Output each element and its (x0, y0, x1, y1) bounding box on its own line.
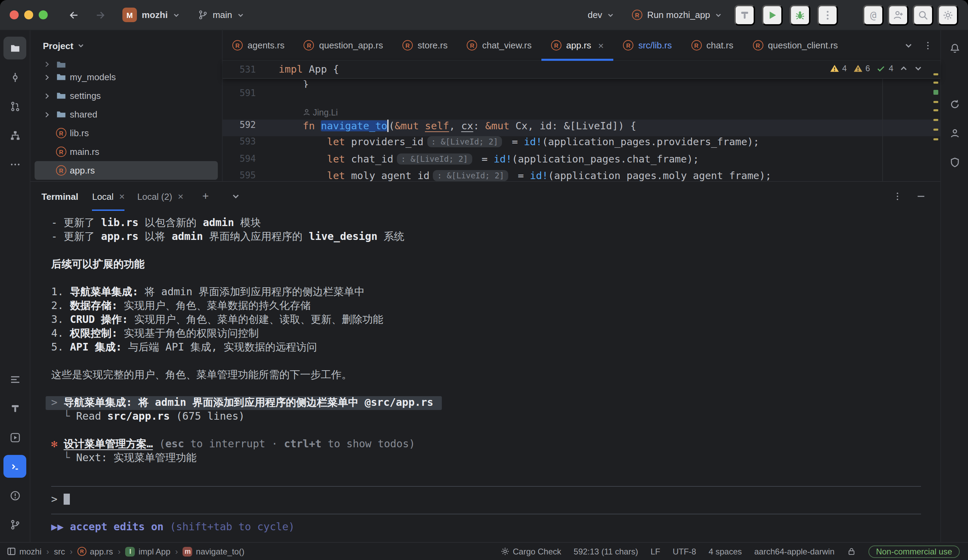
code-line-593[interactable]: 593 let providers_id: &[LiveId; 2] = id!… (223, 136, 940, 153)
run-config-selector[interactable]: R Run mozhi_app (627, 7, 728, 23)
debug-button[interactable] (790, 5, 811, 25)
project-item-shared[interactable]: shared (35, 105, 218, 124)
pull-requests-tool-button[interactable] (3, 95, 26, 118)
terminal-line: - 更新了 app.rs 以将 admin 界面纳入应用程序的 live_des… (51, 230, 931, 244)
editor-tab-store.rs[interactable]: Rstore.rs (393, 30, 457, 60)
weak-warnings-count[interactable]: 6 (853, 64, 870, 73)
rust-file-icon: R (753, 40, 763, 50)
close-tab-icon[interactable]: × (178, 191, 183, 202)
build-tool-button[interactable] (3, 397, 26, 420)
editor-tab-app.rs[interactable]: Rapp.rs× (541, 30, 614, 60)
chevron-down-icon[interactable] (914, 64, 922, 73)
code-line-594[interactable]: 594 let chat_id: &[LiveId; 2] = id!(appl… (223, 153, 940, 170)
notifications-button[interactable] (943, 36, 966, 60)
chevron-down-icon (78, 42, 85, 49)
search-everywhere-button[interactable] (913, 5, 933, 25)
license-badge[interactable]: Non-commercial use (869, 545, 960, 558)
back-button[interactable] (64, 5, 84, 25)
build-button[interactable] (734, 5, 755, 25)
passed-count[interactable]: 4 (877, 64, 893, 73)
cargo-tool-button[interactable] (943, 93, 966, 116)
project-widget[interactable]: M mozhi (117, 5, 185, 25)
editor-tab-question_client.rs[interactable]: Rquestion_client.rs (743, 30, 847, 60)
readonly-lock[interactable] (847, 547, 856, 556)
editor-options-button[interactable] (920, 37, 936, 54)
profile-tool-button[interactable] (943, 122, 966, 144)
editor-tab-agents.rs[interactable]: Ragents.rs (223, 30, 294, 60)
close-tab-icon[interactable]: × (598, 40, 603, 51)
tab-list-button[interactable] (900, 37, 917, 54)
code-line[interactable]: } (223, 79, 940, 88)
code-line-591[interactable]: 591 (223, 88, 940, 105)
breadcrumb-function[interactable]: m navigate_to() (183, 547, 244, 556)
more-tool-windows-button[interactable] (3, 153, 26, 176)
target-widget[interactable]: aarch64-apple-darwin (754, 547, 835, 556)
project-item-my_models[interactable]: my_models (35, 68, 218, 86)
project-item-lib.rs[interactable]: Rlib.rs (35, 124, 218, 142)
line-ending-widget[interactable]: LF (651, 547, 660, 556)
editor-tab-src/lib.rs[interactable]: Rsrc/lib.rs (613, 30, 681, 60)
project-item-app.rs[interactable]: Rapp.rs (35, 161, 218, 180)
statusbar: mozhi › src › R app.rs › I impl App › m … (0, 542, 968, 560)
project-tool-button[interactable] (3, 36, 26, 60)
project-item-settings[interactable]: settings (35, 86, 218, 105)
error-stripe[interactable] (932, 61, 940, 181)
code-with-me-button[interactable] (888, 5, 908, 25)
commit-tool-button[interactable] (3, 66, 26, 88)
pull-request-icon (9, 101, 20, 112)
problems-tool-button[interactable] (3, 484, 26, 507)
warnings-count[interactable]: 4 (830, 64, 847, 73)
terminal-tab-dropdown-button[interactable] (228, 188, 244, 205)
code-line-595[interactable]: 595 let moly_agent_id: &[LiveId; 2] = id… (223, 170, 940, 181)
close-tab-icon[interactable]: × (119, 191, 125, 202)
breadcrumb-src[interactable]: src (54, 547, 65, 556)
encoding-widget[interactable]: UTF-8 (673, 547, 696, 556)
chevron-up-icon[interactable] (900, 64, 908, 73)
breadcrumb-impl[interactable]: I impl App (126, 547, 171, 556)
env-selector[interactable]: dev (582, 7, 620, 23)
editor-tab-chat.rs[interactable]: Rchat.rs (681, 30, 743, 60)
run-button[interactable] (762, 5, 783, 25)
terminal-tab-Local[interactable]: Local× (92, 182, 125, 211)
terminal-tool-button[interactable] (3, 455, 26, 478)
project-panel-header[interactable]: Project (30, 30, 222, 61)
terminal-output[interactable]: - 更新了 lib.rs 以包含新的 admin 模块- 更新了 app.rs … (30, 211, 940, 542)
minimize-window-button[interactable] (24, 10, 33, 19)
code-area[interactable]: }591 Jing.Li592 fn navigate_to(&mut self… (223, 79, 940, 181)
statusbar-project[interactable]: mozhi (7, 547, 41, 556)
warning-icon (830, 64, 839, 73)
ai-assistant-button[interactable]: @ (863, 5, 883, 25)
hide-terminal-button[interactable] (913, 188, 929, 205)
todo-tool-button[interactable] (3, 368, 26, 391)
project-item-main.rs[interactable]: Rmain.rs (35, 142, 218, 161)
cargo-check-widget[interactable]: Cargo Check (500, 547, 561, 556)
terminal-title: Terminal (41, 191, 78, 202)
terminal-line: 后续可以扩展的功能 (51, 258, 931, 272)
terminal-tab-Local (2)[interactable]: Local (2)× (137, 182, 184, 211)
zoom-window-button[interactable] (39, 10, 48, 19)
terminal-options-button[interactable] (889, 188, 906, 205)
indent-widget[interactable]: 4 spaces (709, 547, 742, 556)
close-window-button[interactable] (10, 10, 19, 19)
kebab-menu-icon (822, 9, 833, 20)
editor-tab-chat_view.rs[interactable]: Rchat_view.rs (457, 30, 541, 60)
project-tree[interactable]: my_modelssettingssharedRlib.rsRmain.rsRa… (30, 61, 222, 181)
minimize-icon (916, 192, 926, 201)
code-line-592[interactable]: 592 fn navigate_to(&mut self, cx: &mut C… (223, 119, 940, 136)
branch-widget[interactable]: main (192, 7, 249, 23)
project-panel: Project my_modelssettingssharedRlib.rsRm… (30, 30, 223, 181)
inspections-widget[interactable]: 4 6 4 (830, 64, 922, 73)
caret-position-widget[interactable]: 592:13 (11 chars) (574, 547, 638, 556)
plugins-tool-button[interactable] (943, 151, 966, 174)
settings-button[interactable] (938, 5, 958, 25)
code-line[interactable]: Jing.Li (223, 105, 940, 119)
breadcrumb-file[interactable]: R app.rs (78, 547, 113, 556)
editor-tab-question_app.rs[interactable]: Rquestion_app.rs (294, 30, 393, 60)
structure-tool-button[interactable] (3, 124, 26, 147)
more-actions-button[interactable] (817, 5, 838, 25)
version-control-tool-button[interactable] (3, 513, 26, 536)
new-terminal-tab-button[interactable]: + (197, 188, 214, 205)
forward-button[interactable] (91, 5, 110, 25)
services-tool-button[interactable] (3, 426, 26, 449)
terminal-line: > 导航菜单集成: 将 admin 界面添加到应用程序的侧边栏菜单中 @src/… (46, 396, 441, 410)
